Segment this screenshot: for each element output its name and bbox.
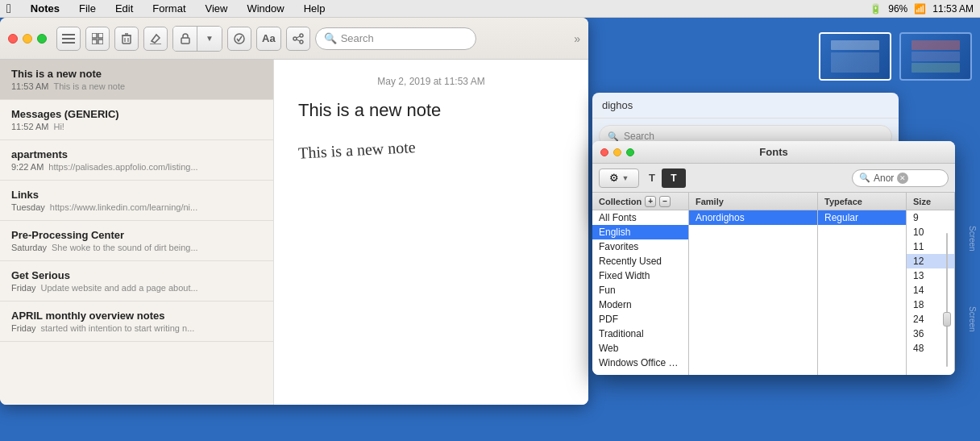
close-button[interactable]: [8, 34, 18, 44]
wifi-icon: 📶: [914, 3, 926, 15]
fonts-collection-header: Collection + −: [592, 193, 688, 210]
fonts-search-box[interactable]: 🔍 Anor ✕: [852, 169, 949, 187]
fonts-traffic-lights: [600, 148, 634, 156]
svg-rect-3: [92, 33, 97, 38]
chevron-down-icon: ▼: [622, 174, 629, 182]
fonts-family-header: Family: [689, 193, 817, 210]
svg-rect-2: [62, 42, 75, 44]
grid-view-button[interactable]: [85, 27, 110, 51]
fonts-columns: Collection + − All Fonts English Favorit…: [592, 193, 955, 375]
traffic-lights: [8, 34, 47, 44]
fonts-dialog: Fonts ⚙ ▼ T T 🔍 Anor ✕ Collection + − Al…: [592, 141, 955, 375]
note-title-3: Links: [11, 189, 262, 201]
note-item-6[interactable]: APRIL monthly overview notes Friday star…: [0, 302, 273, 342]
svg-point-16: [293, 37, 297, 40]
size-9[interactable]: 9: [907, 210, 954, 225]
note-meta-1: 11:52 AM Hi!: [11, 122, 262, 131]
menu-bar-right: 🔋 96% 📶 11:53 AM: [870, 3, 974, 15]
lock-button[interactable]: [173, 27, 197, 51]
note-item-0[interactable]: This is a new note 11:53 AM This is a ne…: [0, 60, 273, 100]
lighos-search-placeholder: Search: [624, 131, 654, 142]
note-title-6: APRIL monthly overview notes: [11, 310, 262, 322]
menu-help[interactable]: Help: [301, 2, 329, 15]
maximize-button[interactable]: [37, 34, 47, 44]
svg-rect-1: [62, 38, 75, 40]
menu-window[interactable]: Window: [243, 2, 287, 15]
desktop-thumb-2[interactable]: [899, 32, 972, 81]
desktop-thumbnails: [811, 24, 980, 89]
note-item-3[interactable]: Links Tuesday https://www.linkedin.com/l…: [0, 181, 273, 221]
trash-button[interactable]: [114, 27, 139, 51]
menu-bar:  Notes File Edit Format View Window Hel…: [0, 0, 980, 18]
fonts-minimize-button[interactable]: [613, 148, 621, 156]
svg-rect-4: [98, 33, 103, 38]
screen-label-1: Screen: [968, 226, 977, 252]
fonts-collection-list: All Fonts English Favorites Recently Use…: [592, 210, 688, 375]
search-box[interactable]: 🔍 Search: [315, 27, 476, 50]
family-anordighos[interactable]: Anordighos: [689, 210, 817, 225]
fonts-typeface-header: Typeface: [818, 193, 906, 210]
collection-add-button[interactable]: +: [645, 196, 656, 207]
size-slider[interactable]: [943, 233, 951, 367]
note-title-4: Pre-Processing Center: [11, 229, 262, 241]
note-title-0: This is a new note: [11, 68, 262, 80]
svg-rect-5: [92, 40, 97, 44]
fonts-titlebar: Fonts: [592, 141, 955, 164]
fonts-family-list: Anordighos: [689, 210, 817, 375]
menu-file[interactable]: File: [76, 2, 99, 15]
menu-format[interactable]: Format: [149, 2, 189, 15]
note-meta-5: Friday Update website and add a page abo…: [11, 283, 262, 293]
collection-recently-used[interactable]: Recently Used: [592, 254, 688, 268]
lighos-search-icon: 🔍: [608, 131, 619, 142]
fonts-close-button[interactable]: [600, 148, 608, 156]
note-date: May 2, 2019 at 11:53 AM: [298, 76, 564, 87]
collection-all-fonts[interactable]: All Fonts: [592, 210, 688, 225]
collection-favorites[interactable]: Favorites: [592, 239, 688, 254]
font-button[interactable]: Aa: [256, 27, 281, 51]
fonts-search-value: Anor: [874, 173, 894, 184]
menu-edit[interactable]: Edit: [112, 2, 136, 15]
collection-modern[interactable]: Modern: [592, 297, 688, 312]
svg-rect-0: [62, 34, 75, 35]
desktop-thumb-1[interactable]: [819, 32, 891, 81]
fonts-bold-box[interactable]: T: [662, 168, 686, 188]
notes-toolbar: ▼ Aa 🔍 Search »: [0, 18, 588, 60]
battery-icon: 🔋: [870, 3, 882, 15]
lock-chevron-button[interactable]: ▼: [197, 27, 222, 51]
note-item-2[interactable]: apartments 9:22 AM https://palisades.app…: [0, 140, 273, 181]
sidebar-toggle-button[interactable]: [56, 27, 81, 51]
menu-view[interactable]: View: [202, 2, 231, 15]
fonts-search-clear-button[interactable]: ✕: [897, 173, 908, 184]
compose-button[interactable]: [143, 27, 168, 51]
typeface-regular[interactable]: Regular: [818, 210, 906, 225]
note-item-1[interactable]: Messages (GENERIC) 11:52 AM Hi!: [0, 100, 273, 140]
lighos-title: dighos: [592, 93, 899, 119]
note-editor-title[interactable]: This is a new note: [298, 100, 564, 121]
fonts-dialog-title: Fonts: [759, 146, 787, 158]
fonts-maximize-button[interactable]: [626, 148, 634, 156]
minimize-button[interactable]: [23, 34, 32, 44]
share-button[interactable]: [286, 27, 310, 51]
battery-percent: 96%: [888, 3, 907, 15]
note-meta-0: 11:53 AM This is a new note: [11, 81, 262, 91]
svg-point-14: [235, 34, 244, 44]
fonts-family-column: Family Anordighos: [689, 193, 818, 375]
collection-fixed-width[interactable]: Fixed Width: [592, 268, 688, 283]
check-button[interactable]: [227, 27, 251, 51]
collection-windows[interactable]: Windows Office Con...: [592, 356, 688, 370]
note-editor[interactable]: May 2, 2019 at 11:53 AM This is a new no…: [274, 60, 588, 405]
fonts-gear-button[interactable]: ⚙ ▼: [599, 168, 639, 188]
collection-english[interactable]: English: [592, 225, 688, 239]
note-meta-4: Saturday She woke to the sound of dirt b…: [11, 243, 262, 252]
note-item-5[interactable]: Get Serious Friday Update website and ad…: [0, 261, 273, 302]
apple-menu[interactable]: : [6, 2, 11, 16]
chevrons-button[interactable]: »: [574, 32, 580, 45]
collection-traditional[interactable]: Traditional: [592, 327, 688, 341]
note-item-4[interactable]: Pre-Processing Center Saturday She woke …: [0, 221, 273, 261]
collection-pdf[interactable]: PDF: [592, 312, 688, 327]
gear-icon: ⚙: [609, 172, 619, 184]
collection-fun[interactable]: Fun: [592, 283, 688, 297]
menu-notes[interactable]: Notes: [27, 2, 63, 15]
collection-remove-button[interactable]: −: [659, 196, 671, 207]
collection-web[interactable]: Web: [592, 341, 688, 356]
